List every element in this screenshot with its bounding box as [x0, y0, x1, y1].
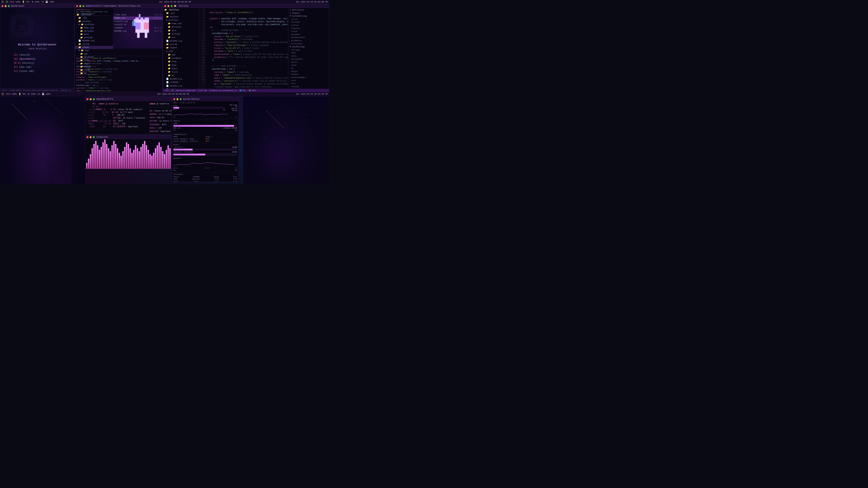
tree-readme[interactable]: 📄 README.org	[75, 39, 113, 42]
tree-pkgs[interactable]: 📁 pkgs	[163, 64, 199, 67]
tree-profiles[interactable]: ▼ profiles	[163, 19, 199, 22]
max-btn[interactable]	[180, 98, 182, 100]
file-flake-lock[interactable]: flake.lock27.5 K	[113, 13, 162, 17]
outline-dotfilesdir[interactable]: dotfilesDir	[288, 42, 329, 45]
tree-shell[interactable]: 📁 shell	[163, 67, 199, 70]
outline-theme[interactable]: theme	[288, 64, 329, 67]
outline-timezone[interactable]: timezone	[288, 27, 329, 30]
outline-grub[interactable]: grubDevice	[288, 39, 329, 42]
network-graph	[174, 160, 235, 166]
nav-closetab[interactable]: [x] [Close tab]	[14, 69, 35, 73]
outline-sys-system[interactable]: system	[288, 18, 329, 21]
outline-profile[interactable]: profile	[288, 24, 329, 27]
viz-bar	[110, 151, 111, 169]
tree-root[interactable]: 📁 .dotfiles	[163, 8, 199, 12]
tree-system[interactable]: 📁 system	[163, 43, 199, 46]
tree-worklab[interactable]: 📁 worklab	[163, 33, 199, 36]
tree-user[interactable]: ▼ user	[163, 50, 199, 53]
cpu-sparkline	[174, 112, 228, 116]
outline-dotfiles[interactable]: dotfilesDir	[288, 58, 329, 61]
tree-readme3[interactable]: 📄 README.org	[163, 85, 199, 88]
close-btn[interactable]	[174, 98, 175, 100]
close-btn[interactable]	[2, 5, 3, 7]
tree-wsl[interactable]: 📁 wsl	[163, 36, 199, 39]
close-btn[interactable]	[164, 5, 166, 7]
outline-description[interactable]: ▸ description	[288, 8, 329, 11]
outline-defaultroam[interactable]: defaultRoamDir	[288, 76, 329, 79]
min-btn[interactable]	[167, 5, 169, 7]
code-gutter: 12345 678910 1112131415 1617181920 21222…	[199, 8, 206, 89]
bg-scene-left	[0, 92, 85, 184]
tree-themes[interactable]: 📁 themes	[75, 46, 113, 49]
tree-license[interactable]: 📄 LICENSE	[163, 81, 199, 84]
tree-git[interactable]: 📁 .git	[163, 12, 199, 15]
outline-usersettings[interactable]: ▼ userSettings	[288, 45, 329, 48]
outline-bootmode[interactable]: bootMode	[288, 33, 329, 36]
outline-editor[interactable]: editor	[288, 61, 329, 64]
tree-readme[interactable]: 📄 README.org	[163, 39, 199, 43]
file-install-org[interactable]: install.org	[113, 20, 162, 23]
tree-user[interactable]: ▼ 📁 user	[75, 49, 113, 52]
tree-patches[interactable]: 📁 patches	[75, 20, 113, 23]
nav-newtab[interactable]: [t] [New tab]	[14, 65, 35, 69]
qute-titlebar: Qutebrowser	[0, 4, 74, 8]
outline-wmtype[interactable]: wmType	[288, 70, 329, 73]
outline-locale[interactable]: locale	[288, 30, 329, 33]
outline-name[interactable]: name	[288, 51, 329, 55]
tree-readme2[interactable]: 📄 README.org	[163, 77, 199, 81]
tree-work[interactable]: 📁 work	[75, 33, 113, 36]
outline-term[interactable]: term	[288, 79, 329, 82]
max-btn[interactable]	[8, 5, 10, 7]
tree-homelab[interactable]: 📁 home.lab	[163, 22, 199, 26]
tree-hardware[interactable]: 📁 hardware	[163, 57, 199, 60]
tree-profiles[interactable]: ▼ 📁 profiles	[75, 23, 113, 26]
file-license[interactable]: LICENSE34.2 K	[113, 26, 162, 30]
nav-search[interactable]: [o] [Search]	[14, 53, 35, 57]
min-btn[interactable]	[79, 5, 81, 7]
tree-work[interactable]: 📁 work	[163, 29, 199, 33]
status-lang: 🔵 Nix	[239, 90, 246, 92]
outline-wm[interactable]: wm	[288, 67, 329, 70]
tree-wm[interactable]: 📁 wm	[163, 74, 199, 77]
viz-bar	[158, 142, 160, 169]
outline-bootmount[interactable]: bootMountPath	[288, 36, 329, 39]
outline-hostname[interactable]: hostname	[288, 21, 329, 24]
tree-homelab[interactable]: 📁 home.lab	[75, 26, 113, 30]
tree-app[interactable]: 📁 app	[75, 53, 113, 56]
tree-patches[interactable]: 📁 patches	[163, 15, 199, 19]
file-install-sh[interactable]: install.sh	[113, 23, 162, 26]
nav-quickmarks[interactable]: [b] [Quickmarks]	[14, 57, 35, 61]
tree-personal[interactable]: 📁 personal	[75, 30, 113, 33]
outline-font[interactable]: font	[288, 82, 329, 85]
close-btn[interactable]	[76, 5, 78, 7]
tree-worklab[interactable]: 📁 worklab	[75, 36, 113, 39]
min-btn[interactable]	[5, 5, 6, 7]
outline-syssettings[interactable]: ▼ systemSettings	[288, 14, 329, 18]
tree-lang[interactable]: 📁 lang	[163, 60, 199, 64]
tree-git[interactable]: 📁 .git	[75, 17, 113, 20]
max-btn[interactable]	[93, 98, 95, 100]
cpu-min: 0% 0%	[226, 109, 237, 111]
outline-outputs[interactable]: ▸ outputs	[288, 11, 329, 15]
min-btn[interactable]	[177, 98, 178, 100]
close-btn[interactable]	[87, 98, 88, 100]
tree-personal[interactable]: 📁 personal	[163, 26, 199, 29]
tree-style[interactable]: 📁 style	[163, 70, 199, 74]
file-readme[interactable]: README.org40.4 K	[113, 30, 162, 33]
tree-themes[interactable]: 📁 themes	[163, 46, 199, 50]
viz-bar	[124, 147, 125, 169]
min-btn[interactable]	[90, 98, 92, 100]
disk-bar-1	[174, 149, 237, 151]
tree-dotfiles[interactable]: 📁 .dotfiles	[75, 13, 113, 17]
processes-section: Processes PID(s) COMMAND CPU(%) M(%) 252…	[172, 173, 239, 182]
tree-app[interactable]: 📁 app	[163, 53, 199, 57]
outline-browser[interactable]: browser	[288, 73, 329, 76]
outline-email[interactable]: email	[288, 55, 329, 58]
max-btn[interactable]	[83, 5, 84, 7]
outline-username[interactable]: username	[288, 48, 329, 52]
max-btn[interactable]	[170, 5, 173, 7]
tree-system[interactable]: 📁 system	[75, 43, 113, 46]
file-flake-nix[interactable]: flake.nix2.26 K	[113, 17, 162, 20]
outline-fontpkg[interactable]: fontPkg	[288, 85, 329, 88]
nav-history[interactable]: [$ h] [History]	[14, 61, 35, 65]
